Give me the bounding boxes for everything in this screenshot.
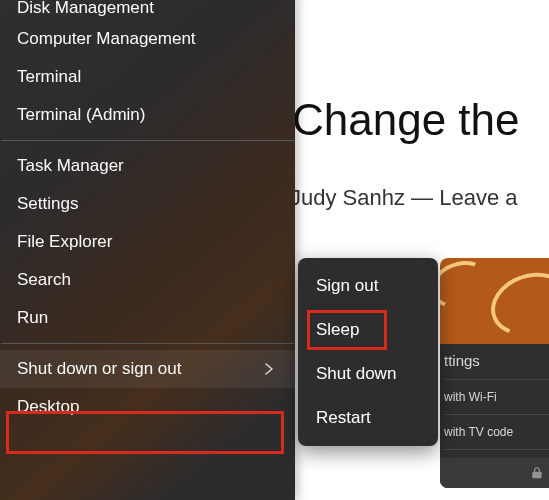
power-submenu: Sign out Sleep Shut down Restart [298,258,438,446]
submenu-item-label: Shut down [316,364,396,384]
menu-item-label: File Explorer [17,232,112,252]
menu-item-settings[interactable]: Settings [0,185,295,223]
submenu-item-signout[interactable]: Sign out [298,264,438,308]
lock-icon [440,458,549,488]
article-thumbnail: ttings with Wi-Fi with TV code Linked de… [440,258,549,488]
menu-item-file-explorer[interactable]: File Explorer [0,223,295,261]
submenu-item-label: Restart [316,408,371,428]
chevron-right-icon [264,361,278,378]
menu-separator [1,343,294,344]
menu-item-shutdown-signout[interactable]: Shut down or sign out [0,350,295,388]
menu-item-label: Run [17,308,48,328]
menu-item-task-manager[interactable]: Task Manager [0,147,295,185]
winx-menu: Disk Management Computer Management Term… [0,0,295,500]
article-byline: Judy Sanhz — Leave a [290,185,517,211]
menu-item-terminal-admin[interactable]: Terminal (Admin) [0,96,295,134]
submenu-item-shutdown[interactable]: Shut down [298,352,438,396]
thumbnail-panel-row: with TV code [444,414,549,449]
thumbnail-panel-row: with Wi-Fi [444,379,549,414]
menu-item-label: Terminal (Admin) [17,105,145,125]
submenu-item-restart[interactable]: Restart [298,396,438,440]
submenu-item-label: Sleep [316,320,359,340]
menu-item-run[interactable]: Run [0,299,295,337]
thumbnail-panel-header: ttings [444,352,549,369]
menu-item-label: Desktop [17,397,79,417]
menu-item-label: Search [17,270,71,290]
menu-item-label: Computer Management [17,29,196,49]
menu-item-label: Task Manager [17,156,124,176]
menu-item-disk-management[interactable]: Disk Management [0,0,295,20]
menu-item-computer-management[interactable]: Computer Management [0,20,295,58]
menu-item-label: Disk Management [17,0,154,18]
menu-item-label: Shut down or sign out [17,359,181,379]
submenu-item-label: Sign out [316,276,378,296]
menu-item-label: Settings [17,194,78,214]
menu-item-desktop[interactable]: Desktop [0,388,295,426]
menu-separator [1,140,294,141]
menu-item-label: Terminal [17,67,81,87]
menu-item-search[interactable]: Search [0,261,295,299]
article-title: Change the [292,95,520,145]
submenu-item-sleep[interactable]: Sleep [298,308,438,352]
menu-item-terminal[interactable]: Terminal [0,58,295,96]
thumbnail-settings-panel: ttings with Wi-Fi with TV code Linked de… [440,344,549,488]
